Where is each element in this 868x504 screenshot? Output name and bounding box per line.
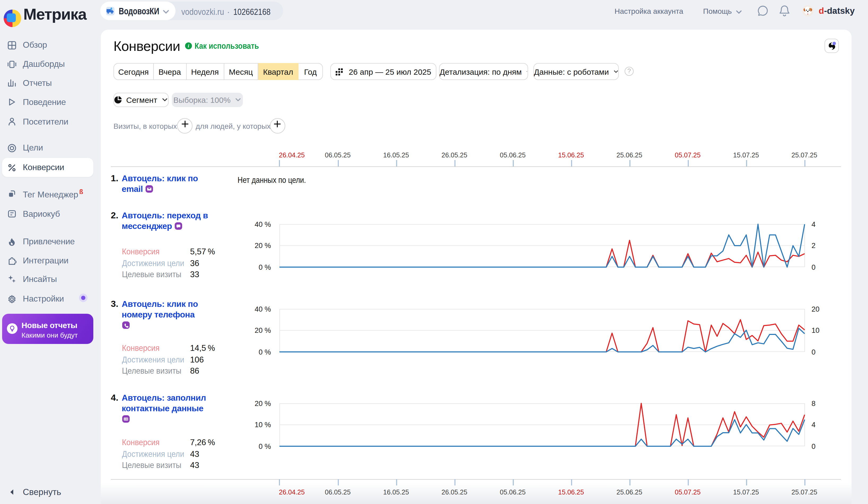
svg-text:i: i (188, 43, 189, 49)
